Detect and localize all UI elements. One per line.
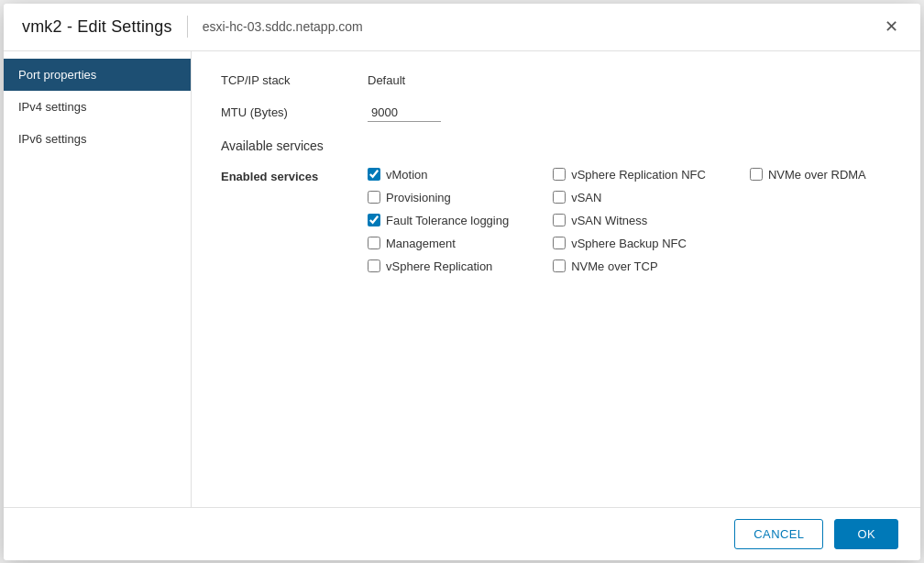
nvme-over-tcp-label: NVMe over TCP	[571, 259, 657, 273]
sidebar-item-label: Port properties	[18, 68, 96, 82]
management-label: Management	[386, 237, 456, 250]
mtu-label: MTU (Bytes)	[221, 105, 368, 119]
nvme-over-tcp-checkbox[interactable]	[553, 259, 566, 272]
service-fault-tolerance[interactable]: Fault Tolerance logging	[368, 214, 509, 227]
service-vmotion[interactable]: vMotion	[368, 168, 509, 182]
vsan-checkbox[interactable]	[553, 191, 566, 204]
mtu-row: MTU (Bytes)	[221, 104, 891, 122]
vsphere-replication-nfc-label: vSphere Replication NFC	[571, 168, 706, 182]
dialog-title: vmk2 - Edit Settings	[22, 17, 172, 37]
nvme-over-rdma-label: NVMe over RDMA	[768, 168, 866, 182]
service-vsan[interactable]: vSAN	[553, 191, 706, 204]
cancel-button[interactable]: CANCEL	[734, 519, 823, 549]
tcp-ip-stack-label: TCP/IP stack	[221, 73, 368, 87]
vsan-witness-label: vSAN Witness	[571, 214, 647, 227]
sidebar: Port properties IPv4 settings IPv6 setti…	[4, 51, 192, 507]
service-provisioning[interactable]: Provisioning	[368, 191, 509, 204]
management-checkbox[interactable]	[368, 237, 380, 249]
vsan-witness-checkbox[interactable]	[553, 214, 566, 226]
dialog-body: Port properties IPv4 settings IPv6 setti…	[4, 51, 920, 507]
edit-settings-dialog: vmk2 - Edit Settings esxi-hc-03.sddc.net…	[4, 4, 920, 560]
services-columns: vMotion Provisioning Fault Tolerance log…	[368, 168, 866, 273]
tcp-ip-stack-row: TCP/IP stack Default	[221, 73, 891, 87]
dialog-footer: CANCEL OK	[4, 507, 920, 560]
service-column-3: NVMe over RDMA	[750, 168, 866, 273]
vsphere-replication-checkbox[interactable]	[368, 259, 380, 272]
services-row: Enabled services vMotion Provisioning	[221, 168, 891, 273]
provisioning-label: Provisioning	[386, 191, 451, 204]
service-vsphere-replication-nfc[interactable]: vSphere Replication NFC	[553, 168, 706, 182]
sidebar-item-label: IPv6 settings	[18, 132, 86, 146]
service-column-2: vSphere Replication NFC vSAN vSAN Witnes…	[553, 168, 706, 273]
available-services-title: Available services	[221, 138, 891, 153]
ok-button[interactable]: OK	[834, 519, 898, 549]
service-vsan-witness[interactable]: vSAN Witness	[553, 214, 706, 227]
dialog-header: vmk2 - Edit Settings esxi-hc-03.sddc.net…	[4, 4, 920, 51]
vsphere-backup-nfc-label: vSphere Backup NFC	[571, 237, 687, 250]
service-column-1: vMotion Provisioning Fault Tolerance log…	[368, 168, 509, 273]
main-content: TCP/IP stack Default MTU (Bytes) Availab…	[192, 51, 920, 507]
vsphere-replication-nfc-checkbox[interactable]	[553, 168, 566, 181]
provisioning-checkbox[interactable]	[368, 191, 380, 204]
service-vsphere-backup-nfc[interactable]: vSphere Backup NFC	[553, 237, 706, 250]
header-separator	[187, 16, 188, 38]
dialog-subtitle: esxi-hc-03.sddc.netapp.com	[203, 19, 363, 34]
enabled-services-label: Enabled services	[221, 168, 368, 183]
sidebar-item-label: IPv4 settings	[18, 100, 86, 114]
vsphere-backup-nfc-checkbox[interactable]	[553, 237, 566, 249]
service-vsphere-replication[interactable]: vSphere Replication	[368, 259, 509, 273]
tcp-ip-stack-value: Default	[368, 73, 405, 87]
fault-tolerance-checkbox[interactable]	[368, 214, 380, 226]
close-button[interactable]: ✕	[881, 15, 902, 39]
sidebar-item-port-properties[interactable]: Port properties	[4, 59, 191, 91]
sidebar-item-ipv6-settings[interactable]: IPv6 settings	[4, 123, 191, 155]
sidebar-item-ipv4-settings[interactable]: IPv4 settings	[4, 91, 191, 123]
vsan-label: vSAN	[571, 191, 601, 204]
vmotion-label: vMotion	[386, 168, 428, 182]
mtu-input[interactable]	[368, 104, 441, 122]
service-nvme-over-tcp[interactable]: NVMe over TCP	[553, 259, 706, 273]
vmotion-checkbox[interactable]	[368, 168, 380, 181]
available-services-section: Available services Enabled services vMot…	[221, 138, 891, 273]
vsphere-replication-label: vSphere Replication	[386, 259, 492, 273]
service-management[interactable]: Management	[368, 237, 509, 250]
service-nvme-over-rdma[interactable]: NVMe over RDMA	[750, 168, 866, 182]
fault-tolerance-label: Fault Tolerance logging	[386, 214, 509, 227]
nvme-over-rdma-checkbox[interactable]	[750, 168, 763, 181]
